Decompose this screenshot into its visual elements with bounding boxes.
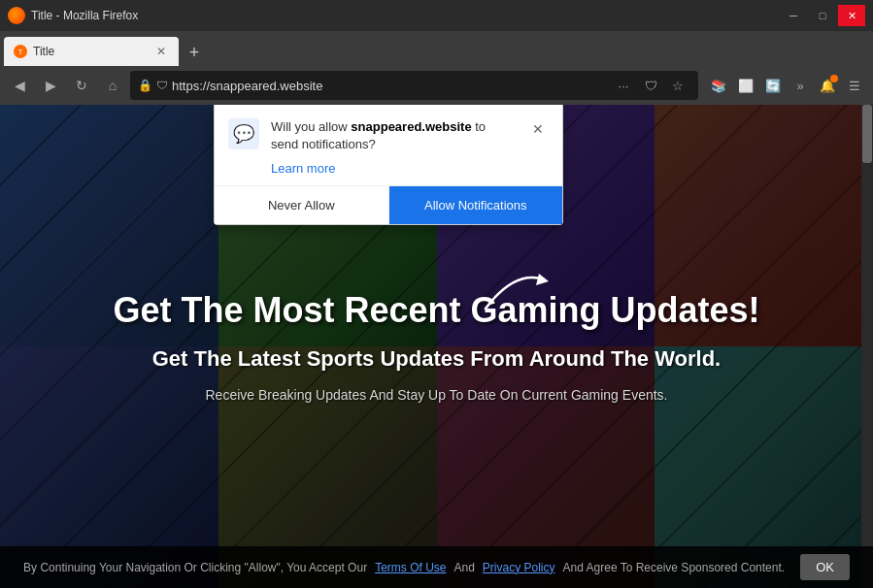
menu-icon[interactable]: ☰	[842, 73, 867, 98]
shield-icon[interactable]: 🛡	[638, 73, 663, 98]
badge-dot	[830, 75, 838, 82]
tab-favicon: T	[14, 45, 27, 58]
address-bar-icons: ··· 🛡 ☆	[611, 73, 690, 98]
extensions-icon[interactable]: »	[788, 73, 813, 98]
footer-text-2: And	[453, 561, 474, 574]
container-icon[interactable]: ⬜	[733, 73, 758, 98]
notification-badge[interactable]: 🔔	[815, 73, 840, 98]
title-bar-left: Title - Mozilla Firefox	[8, 7, 138, 24]
content-area: Get The Most Recent Gaming Updates! Get …	[0, 105, 873, 588]
ok-button[interactable]: OK	[800, 554, 850, 580]
close-button[interactable]: ✕	[838, 5, 865, 26]
never-allow-button[interactable]: Never Allow	[215, 186, 389, 224]
sync-icon[interactable]: 🔄	[760, 73, 786, 98]
notification-popup: 💬 Will you allow snappeared.website to s…	[214, 105, 563, 225]
allow-notifications-button[interactable]: Allow Notifications	[389, 186, 563, 224]
back-button[interactable]: ◀	[6, 72, 33, 99]
browser-window: Title - Mozilla Firefox ─ □ ✕ T Title ✕ …	[0, 0, 873, 588]
reload-button[interactable]: ↻	[68, 72, 95, 99]
bookmark-icon[interactable]: ☆	[665, 73, 690, 98]
svg-text:T: T	[18, 48, 23, 56]
popup-question-start: Will you allow	[271, 119, 351, 134]
nav-bar: ◀ ▶ ↻ ⌂ 🔒 🛡 https://snappeared.website ·…	[0, 66, 873, 105]
window-title: Title - Mozilla Firefox	[31, 9, 138, 22]
maximize-button[interactable]: □	[809, 5, 836, 26]
privacy-link[interactable]: Privacy Policy	[483, 561, 555, 574]
bottom-bar: By Continuing Your Navigation Or Clickin…	[0, 546, 873, 588]
popup-actions: Never Allow Allow Notifications	[215, 185, 562, 224]
learn-more-link[interactable]: Learn more	[215, 161, 562, 185]
minimize-button[interactable]: ─	[780, 5, 807, 26]
active-tab[interactable]: T Title ✕	[4, 37, 179, 66]
description: Receive Breaking Updates And Stay Up To …	[206, 387, 668, 403]
new-tab-button[interactable]: +	[181, 39, 208, 66]
popup-site: snappeared.website	[351, 119, 471, 134]
library-icon[interactable]: 📚	[706, 73, 731, 98]
firefox-logo	[8, 7, 25, 24]
tab-label: Title	[33, 45, 148, 58]
scrollbar[interactable]	[861, 105, 873, 588]
scrollbar-thumb[interactable]	[862, 105, 872, 163]
chat-icon: 💬	[233, 123, 254, 145]
popup-header: 💬 Will you allow snappeared.website to s…	[215, 105, 562, 161]
toolbar-icons: 📚 ⬜ 🔄 » 🔔 ☰	[706, 73, 867, 98]
main-heading: Get The Most Recent Gaming Updates!	[113, 290, 759, 331]
tab-bar: T Title ✕ +	[0, 31, 873, 66]
https-icon: 🛡	[156, 79, 168, 92]
popup-close-button[interactable]: ✕	[527, 118, 549, 140]
url-text[interactable]: https://snappeared.website	[172, 79, 607, 93]
footer-text-1: By Continuing Your Navigation Or Clickin…	[23, 561, 367, 574]
sub-heading: Get The Latest Sports Updates From Aroun…	[152, 346, 721, 372]
title-bar: Title - Mozilla Firefox ─ □ ✕	[0, 0, 873, 31]
address-bar[interactable]: 🔒 🛡 https://snappeared.website ··· 🛡 ☆	[130, 71, 698, 100]
footer-text-3: And Agree To Receive Sponsored Content.	[563, 561, 786, 574]
popup-icon: 💬	[228, 118, 259, 149]
popup-text: Will you allow snappeared.website to sen…	[271, 118, 516, 153]
home-button[interactable]: ⌂	[99, 72, 126, 99]
security-icon: 🔒	[138, 79, 152, 92]
forward-button[interactable]: ▶	[37, 72, 64, 99]
window-controls: ─ □ ✕	[780, 5, 865, 26]
more-icon[interactable]: ···	[611, 73, 636, 98]
terms-link[interactable]: Terms Of Use	[375, 561, 446, 574]
tab-close-button[interactable]: ✕	[153, 44, 169, 59]
